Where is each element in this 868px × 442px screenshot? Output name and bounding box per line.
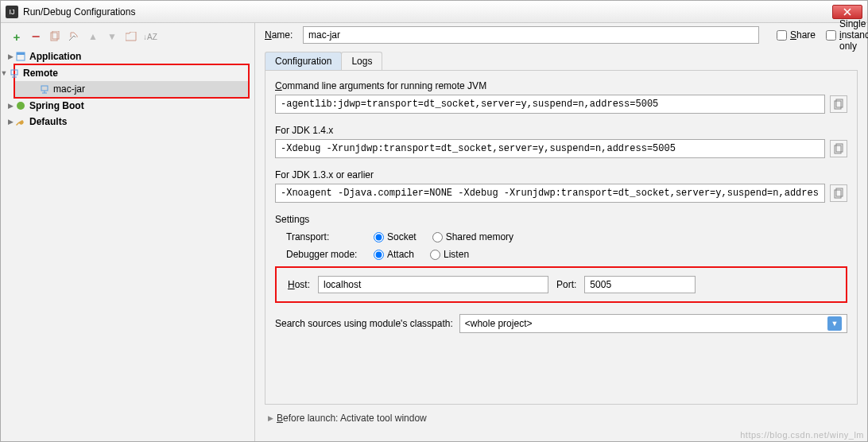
debugger-row: Debugger mode: Attach Listen [286, 249, 847, 260]
name-input[interactable] [303, 26, 759, 44]
module-select[interactable]: <whole project> ▼ [459, 314, 847, 333]
close-button[interactable] [832, 5, 862, 19]
remote-icon [9, 68, 20, 79]
module-label: Search sources using module's classpath: [275, 318, 453, 329]
sidebar: + − ▲ ▼ ↓AZ ▶ Application ▼ [1, 23, 255, 441]
before-launch-section[interactable]: ▶ Before launch: Activate tool window [265, 405, 858, 432]
cmd-args-label: Command line arguments for running remot… [275, 80, 847, 91]
dialog-body: + − ▲ ▼ ↓AZ ▶ Application ▼ [1, 23, 867, 441]
svg-rect-4 [11, 70, 17, 75]
sort-button[interactable]: ↓AZ [144, 30, 157, 43]
dropdown-arrow-icon: ▼ [827, 316, 842, 331]
jdk14-group: For JDK 1.4.x [275, 125, 847, 158]
remove-config-button[interactable]: − [29, 30, 42, 43]
close-icon [843, 8, 851, 16]
titlebar: IJ Run/Debug Configurations [1, 1, 867, 23]
host-label: Host: [288, 279, 310, 290]
sidebar-toolbar: + − ▲ ▼ ↓AZ [1, 25, 254, 48]
host-input[interactable] [318, 276, 548, 293]
cmd-args-input[interactable] [275, 95, 825, 114]
single-instance-checkbox[interactable] [826, 30, 836, 41]
svg-point-6 [17, 102, 25, 110]
module-select-value: <whole project> [465, 318, 533, 329]
name-row: Name: Share Single instance only [265, 23, 858, 47]
debugger-attach-radio[interactable]: Attach [374, 249, 414, 260]
app-icon: IJ [6, 6, 18, 18]
port-label: Port: [556, 279, 576, 290]
svg-rect-5 [41, 86, 48, 91]
copy-jdk14-button[interactable] [830, 140, 847, 157]
save-config-button[interactable] [68, 30, 80, 43]
window-title: Run/Debug Configurations [23, 6, 832, 17]
transport-label: Transport: [286, 231, 374, 242]
tab-logs[interactable]: Logs [341, 52, 382, 70]
move-up-button[interactable]: ▲ [87, 30, 99, 43]
tree-node-spring-boot[interactable]: ▶ Spring Boot [1, 98, 254, 114]
tree-node-defaults[interactable]: ▶ Defaults [1, 114, 254, 130]
debugger-listen-radio[interactable]: Listen [430, 249, 469, 260]
module-row: Search sources using module's classpath:… [275, 314, 847, 333]
copy-config-button[interactable] [48, 30, 61, 43]
host-port-highlight: Host: Port: [275, 266, 847, 303]
copy-cmd-button[interactable] [830, 95, 847, 113]
transport-shared-radio[interactable]: Shared memory [432, 231, 513, 242]
tree-node-mac-jar[interactable]: mac-jar [15, 81, 248, 97]
share-checkbox-wrap[interactable]: Share [777, 29, 808, 41]
remote-config-icon [39, 83, 50, 95]
transport-row: Transport: Socket Shared memory [286, 231, 847, 242]
expand-arrow-icon: ▶ [6, 118, 15, 126]
jdk13-label: For JDK 1.3.x or earlier [275, 169, 847, 180]
transport-socket-radio[interactable]: Socket [374, 231, 417, 242]
spring-icon [15, 100, 26, 111]
main-split: + − ▲ ▼ ↓AZ ▶ Application ▼ [1, 23, 867, 441]
port-input[interactable] [584, 276, 696, 293]
tree-label: Remote [23, 68, 58, 79]
name-label: Name: [265, 29, 296, 41]
copy-icon [834, 99, 843, 110]
application-icon [15, 51, 26, 62]
svg-rect-3 [17, 52, 25, 55]
tabs: Configuration Logs [265, 52, 858, 71]
add-config-button[interactable]: + [10, 30, 23, 43]
expand-arrow-icon: ▶ [6, 52, 15, 60]
before-launch-label: Before launch: Activate tool window [277, 413, 427, 424]
tree-label: Application [29, 51, 81, 62]
tab-configuration[interactable]: Configuration [265, 52, 342, 70]
highlight-annotation: ▼ Remote mac-jar [14, 64, 250, 99]
copy-icon [834, 143, 843, 154]
tree-node-remote[interactable]: ▼ Remote [6, 65, 248, 81]
copy-icon [834, 188, 843, 199]
debugger-label: Debugger mode: [286, 249, 374, 260]
tree-node-application[interactable]: ▶ Application [1, 48, 254, 64]
folder-button[interactable] [125, 30, 138, 43]
expand-arrow-icon: ▶ [6, 102, 15, 110]
configuration-panel: Command line arguments for running remot… [265, 71, 858, 405]
share-checkbox[interactable] [777, 30, 787, 41]
tree-label: Spring Boot [29, 100, 84, 111]
jdk13-input[interactable] [275, 184, 825, 203]
settings-label: Settings [275, 214, 847, 225]
watermark: https://blog.csdn.net/winy_lm [740, 430, 864, 440]
expand-arrow-icon: ▶ [268, 414, 273, 422]
copy-jdk13-button[interactable] [830, 184, 847, 202]
dialog-window: IJ Run/Debug Configurations + − ▲ ▼ ↓AZ [0, 0, 868, 442]
cmd-args-group: Command line arguments for running remot… [275, 80, 847, 114]
single-instance-checkbox-wrap[interactable]: Single instance only [826, 18, 858, 52]
move-down-button[interactable]: ▼ [106, 30, 118, 43]
wrench-icon [15, 116, 26, 127]
single-instance-label: Single instance only [839, 18, 868, 52]
jdk14-input[interactable] [275, 139, 825, 158]
jdk14-label: For JDK 1.4.x [275, 125, 847, 136]
tree-label: mac-jar [53, 83, 85, 95]
content-panel: Name: Share Single instance only Configu… [255, 23, 867, 441]
collapse-arrow-icon: ▼ [1, 69, 9, 77]
share-label: Share [790, 29, 816, 41]
jdk13-group: For JDK 1.3.x or earlier [275, 169, 847, 203]
tree-label: Defaults [29, 116, 67, 127]
